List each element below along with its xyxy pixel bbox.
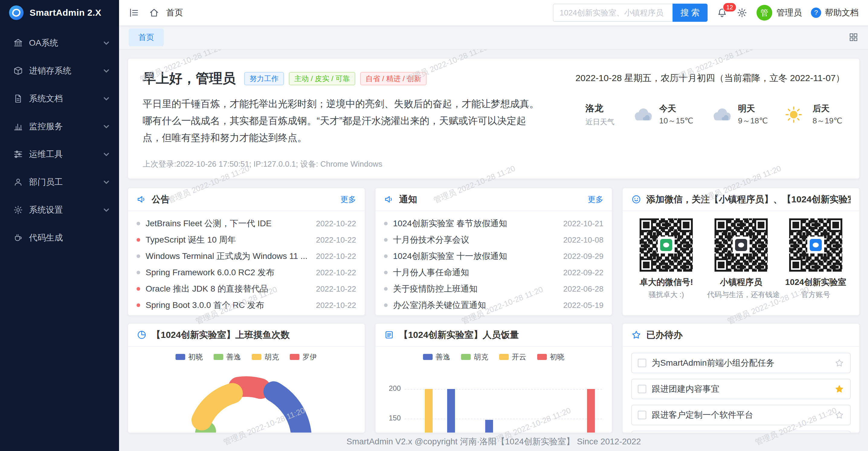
sidebar-item-docs[interactable]: 系统文档: [0, 85, 119, 113]
fish-chart-card: 【1024创新实验室】上班摸鱼次数 初晓 善逸 胡克 罗伊: [127, 323, 365, 433]
legend-item[interactable]: 开云: [499, 352, 526, 362]
bullet-dot: [136, 238, 140, 242]
checkbox[interactable]: [638, 385, 646, 393]
sidebar-item-codegen[interactable]: 代码生成: [0, 224, 119, 252]
team-icon: [13, 177, 23, 187]
item-title: 1024创新实验室 十一放假通知: [393, 250, 557, 262]
card-header: 【1024创新实验室】上班摸鱼次数: [128, 323, 365, 347]
sidebar-item-ops-tools[interactable]: 运维工具: [0, 140, 119, 168]
legend-item[interactable]: 善逸: [214, 352, 241, 362]
sidebar-item-employees[interactable]: 部门员工: [0, 168, 119, 196]
weather-day-name: 后天: [812, 103, 842, 114]
todo-item[interactable]: 跟进团建内容事宜: [631, 379, 851, 399]
sidebar-item-label: 监控服务: [29, 121, 103, 132]
chevron-down-icon: [103, 179, 110, 185]
settings-gear-icon[interactable]: [737, 7, 747, 18]
list-item[interactable]: TypeScript 诞生 10 周年2022-10-22: [136, 232, 356, 248]
qrcode-subtitle: 官方账号: [782, 290, 849, 300]
item-date: 2022-10-21: [563, 219, 603, 228]
todo-item-partial[interactable]: [631, 431, 851, 433]
legend-item[interactable]: 胡克: [252, 352, 279, 362]
sidebar-item-label: 部门员工: [29, 176, 103, 188]
list-item[interactable]: Oracle 推出 JDK 8 的直接替代品2022-10-22: [136, 281, 356, 297]
legend-item[interactable]: 善逸: [423, 352, 450, 362]
item-date: 2022-10-08: [563, 235, 603, 245]
todo-item[interactable]: 为SmartAdmin前端小组分配任务: [631, 353, 851, 373]
user-menu[interactable]: 管 管理员: [756, 5, 802, 21]
star-outline-icon[interactable]: [834, 410, 844, 420]
qrcode-subtitle: 骚扰卓大 :): [632, 290, 700, 300]
item-date: 2022-10-22: [316, 252, 356, 261]
sidebar-item-settings[interactable]: 系统设置: [0, 196, 119, 224]
checkbox[interactable]: [638, 411, 646, 419]
list-item[interactable]: Spring Framework 6.0.0 RC2 发布2022-10-22: [136, 264, 356, 281]
y-axis-tick: 200: [381, 384, 401, 393]
wechat-logo-icon: [658, 236, 675, 253]
notices-more-link[interactable]: 更多: [588, 194, 603, 205]
legend-label: 初晓: [550, 352, 564, 362]
search-input[interactable]: [553, 4, 673, 22]
qrcode-item: 小镇程序员 代码与生活，还有钱途: [707, 218, 775, 300]
list-item[interactable]: Spring Boot 3.0.0 首个 RC 发布2022-10-22: [136, 297, 356, 313]
tag-proactive: 主动 / 皮实 / 可靠: [289, 72, 355, 85]
layout-grid-icon[interactable]: [848, 32, 859, 43]
sidebar-item-monitor[interactable]: 监控服务: [0, 113, 119, 140]
todo-item[interactable]: 跟进客户定制一个软件平台: [631, 405, 851, 425]
list-item[interactable]: 关于疫情防控上班通知2022-06-28: [384, 281, 603, 297]
list-item[interactable]: 十月份技术分享会议2022-10-08: [384, 232, 603, 248]
sidebar-item-oa[interactable]: OA系统: [0, 29, 119, 57]
inventory-box-icon: [13, 66, 23, 76]
home-icon[interactable]: [149, 7, 159, 18]
bank-icon: [13, 38, 23, 48]
qrcode-item: 1024创新实验室 官方账号: [782, 218, 849, 300]
sidebar-item-erp[interactable]: 进销存系统: [0, 57, 119, 85]
help-docs-link[interactable]: ? 帮助文档: [811, 7, 859, 19]
sidebar-item-label: OA系统: [29, 37, 103, 49]
legend-label: 胡克: [474, 352, 488, 362]
legend-swatch: [214, 354, 223, 360]
weather-subtitle: 近日天气: [586, 117, 615, 127]
help-docs-label: 帮助文档: [825, 7, 859, 19]
checkbox[interactable]: [638, 359, 646, 367]
legend-label: 开云: [512, 352, 526, 362]
bullet-dot: [384, 254, 388, 258]
collapse-menu-icon[interactable]: [129, 7, 140, 18]
item-title: Oracle 推出 JDK 8 的直接替代品: [146, 283, 310, 294]
list-item[interactable]: 1024创新实验室 十一放假通知2022-09-29: [384, 248, 603, 264]
legend-item[interactable]: 初晓: [176, 352, 203, 362]
cards-row-2: 【1024创新实验室】上班摸鱼次数 初晓 善逸 胡克 罗伊 【1024创新实验室…: [127, 323, 860, 433]
todo-label: 跟进客户定制一个软件平台: [652, 409, 834, 421]
legend-item[interactable]: 初晓: [537, 352, 564, 362]
legend-item[interactable]: 罗伊: [290, 352, 317, 362]
list-item[interactable]: Windows Terminal 正式成为 Windows 11 ...2022…: [136, 248, 356, 264]
greeting-title: 早上好，管理员: [143, 69, 236, 87]
cloud-icon: [710, 107, 733, 122]
item-title: 十月份人事任命通知: [393, 267, 557, 278]
tab-home[interactable]: 首页: [129, 28, 164, 46]
star-outline-icon[interactable]: [834, 358, 844, 368]
gridline-200: [405, 389, 602, 390]
list-item[interactable]: 办公室消杀关键位置通知2022-05-19: [384, 297, 603, 313]
breadcrumb[interactable]: 首页: [166, 7, 183, 19]
item-title: 十月份技术分享会议: [393, 234, 557, 246]
list-item[interactable]: JetBrains Fleet 公测，下一代 IDE2022-10-22: [136, 215, 356, 232]
app-window: SmartAdmin 2.X OA系统 进销存系统 系统文档 监控服务: [0, 0, 868, 451]
last-login-info: 上次登录:2022-10-26 17:50:51; IP:127.0.0.1; …: [143, 159, 382, 169]
list-item[interactable]: 十月份人事任命通知2022-09-22: [384, 264, 603, 281]
search-button[interactable]: 搜 索: [673, 4, 708, 22]
weather-city: 洛龙 近日天气: [586, 102, 615, 127]
legend-item[interactable]: 胡克: [461, 352, 488, 362]
bell-icon[interactable]: 12: [717, 7, 727, 18]
star-filled-icon[interactable]: [834, 384, 844, 394]
bullet-dot: [136, 303, 140, 307]
bullet-dot: [384, 271, 388, 274]
list-item[interactable]: 1024创新实验室 春节放假通知2022-10-21: [384, 215, 603, 232]
qrcode-name: 1024创新实验室: [782, 277, 849, 288]
legend-swatch: [499, 354, 509, 360]
smiley-icon: [631, 194, 642, 204]
chart-legend: 初晓 善逸 胡克 罗伊: [128, 347, 365, 361]
clipboard-list-icon: [384, 330, 394, 340]
welcome-card: 早上好，管理员 努力工作 主动 / 皮实 / 可靠 自省 / 精进 / 创新 2…: [127, 58, 860, 179]
bullet-dot: [136, 254, 140, 258]
announcements-more-link[interactable]: 更多: [340, 194, 356, 205]
